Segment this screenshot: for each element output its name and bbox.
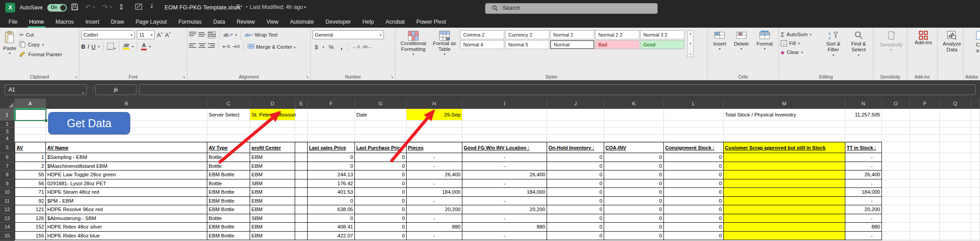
tab-insert[interactable]: Insert: [79, 16, 105, 28]
cell-H13[interactable]: -: [407, 214, 462, 223]
column-header-P[interactable]: P: [910, 99, 940, 109]
cell-J2[interactable]: [547, 120, 604, 128]
cell-B12[interactable]: HDPE Resolve 96oz red: [46, 205, 207, 214]
cell-G3[interactable]: [355, 128, 407, 135]
tab-power-pivot[interactable]: Power Pivot: [411, 16, 452, 28]
cell-P6[interactable]: [910, 153, 940, 162]
cell-N8[interactable]: 26,400: [845, 170, 882, 179]
cell-C6[interactable]: Bottle: [207, 153, 250, 162]
column-header-C[interactable]: C: [207, 99, 250, 109]
cell-H5[interactable]: Pieces: [407, 142, 462, 153]
cell-C1[interactable]: Server Select: [207, 109, 250, 120]
cell-Q3[interactable]: [940, 128, 971, 135]
cell-R7[interactable]: [971, 162, 980, 171]
cell-K7[interactable]: 0: [604, 162, 664, 171]
row-header-3[interactable]: 3: [0, 128, 15, 135]
cell-A1[interactable]: [15, 109, 46, 120]
delete-cells-button[interactable]: Delete ▾: [733, 30, 750, 52]
redo-icon[interactable]: ↷▾: [102, 3, 108, 11]
cell-I10[interactable]: 184,000: [462, 188, 547, 197]
cell-A4[interactable]: [15, 135, 46, 142]
cell-R2[interactable]: [971, 120, 980, 128]
style-chip-currency-2[interactable]: Currency 2: [505, 30, 549, 39]
cell-F11[interactable]: 0: [308, 197, 355, 206]
get-data-button[interactable]: Get Data: [48, 112, 130, 134]
cell-N10[interactable]: 184,000: [845, 188, 882, 197]
cell-O4[interactable]: [882, 135, 910, 142]
cell-L12[interactable]: 0: [664, 205, 724, 214]
cell-A11[interactable]: 92: [15, 197, 46, 206]
cell-P13[interactable]: [910, 214, 940, 223]
dialog-launcher-icon[interactable]: ↘: [74, 75, 78, 79]
tab-view[interactable]: View: [261, 16, 284, 28]
cell-A8[interactable]: 55: [15, 170, 46, 179]
column-header-Q[interactable]: Q: [940, 99, 971, 109]
undo-icon[interactable]: ↶▾: [85, 3, 91, 11]
column-header-I[interactable]: I: [462, 99, 547, 109]
column-header-F[interactable]: F: [308, 99, 355, 109]
cell-M3[interactable]: [724, 128, 845, 135]
cell-F12[interactable]: 638.05: [308, 205, 355, 214]
decrease-font-button[interactable]: Aˇ: [165, 32, 171, 38]
cell-G13[interactable]: 0: [355, 214, 407, 223]
cell-C7[interactable]: Bottle: [207, 162, 250, 171]
cell-I5[interactable]: Good FG W/o INV Location :: [462, 142, 547, 153]
cell-B4[interactable]: [46, 135, 207, 142]
cell-G7[interactable]: 0: [355, 162, 407, 171]
cell-L4[interactable]: [664, 135, 724, 142]
find-select-button[interactable]: Find & Select ▾: [846, 30, 871, 58]
currency-format-button[interactable]: $: [313, 44, 320, 50]
cell-J8[interactable]: 0: [547, 170, 604, 179]
name-box[interactable]: A1▾: [4, 84, 87, 95]
bold-button[interactable]: B: [81, 43, 85, 50]
cell-I9[interactable]: -: [462, 179, 547, 188]
style-chip-normal-2[interactable]: Normal 2: [550, 30, 594, 39]
cell-O13[interactable]: [882, 214, 910, 223]
cell-D2[interactable]: [250, 120, 295, 128]
cell-I14[interactable]: 880: [462, 223, 547, 232]
cell-N4[interactable]: [845, 135, 882, 142]
conditional-formatting-button[interactable]: Conditional Formatting ▾: [397, 30, 429, 58]
row-header-1[interactable]: 1: [0, 109, 15, 120]
cell-M15[interactable]: [724, 232, 845, 241]
insert-cells-button[interactable]: Insert ▾: [712, 30, 728, 52]
format-cells-button[interactable]: Format ▾: [755, 30, 774, 52]
cell-Q2[interactable]: [940, 120, 971, 128]
cell-K9[interactable]: 0: [604, 179, 664, 188]
cell-L10[interactable]: 0: [664, 188, 724, 197]
chevron-down-icon[interactable]: ▾: [304, 5, 306, 9]
cell-H8[interactable]: 26,400: [407, 170, 462, 179]
cell-F15[interactable]: 422.07: [308, 232, 355, 241]
cell-D4[interactable]: [250, 135, 295, 142]
row-header-15[interactable]: 15: [0, 232, 15, 241]
row-header-5[interactable]: 5: [0, 142, 15, 153]
cell-N13[interactable]: -: [845, 214, 882, 223]
cell-D9[interactable]: SBM: [250, 179, 295, 188]
cell-I2[interactable]: [462, 120, 547, 128]
cell-A15[interactable]: 155: [15, 232, 46, 241]
cell-B5[interactable]: AV Name: [46, 142, 207, 153]
cell-E6[interactable]: [295, 153, 308, 162]
row-header-2[interactable]: 2: [0, 120, 15, 128]
cell-P5[interactable]: [910, 142, 940, 153]
cell-N5[interactable]: TT in Stock :: [845, 142, 882, 153]
cell-Q12[interactable]: [940, 205, 971, 214]
cell-D10[interactable]: EBM: [250, 188, 295, 197]
cell-N14[interactable]: 880: [845, 223, 882, 232]
cell-K4[interactable]: [604, 135, 664, 142]
style-chip-good[interactable]: Good: [640, 40, 684, 49]
wrap-text-button[interactable]: ab↩ Wrap Text: [244, 32, 277, 37]
cell-J10[interactable]: 0: [547, 188, 604, 197]
column-header-D[interactable]: D: [250, 99, 295, 109]
row-header-10[interactable]: 10: [0, 188, 15, 197]
cell-K10[interactable]: 0: [604, 188, 664, 197]
cell-E9[interactable]: [295, 179, 308, 188]
cell-F9[interactable]: 176.42: [308, 179, 355, 188]
cell-Q8[interactable]: [940, 170, 971, 179]
cell-N2[interactable]: [845, 120, 882, 128]
cell-O7[interactable]: [882, 162, 910, 171]
dialog-launcher-icon[interactable]: ↘: [390, 75, 394, 79]
cell-M12[interactable]: [724, 205, 845, 214]
cell-F2[interactable]: [308, 120, 355, 128]
cell-Q13[interactable]: [940, 214, 971, 223]
